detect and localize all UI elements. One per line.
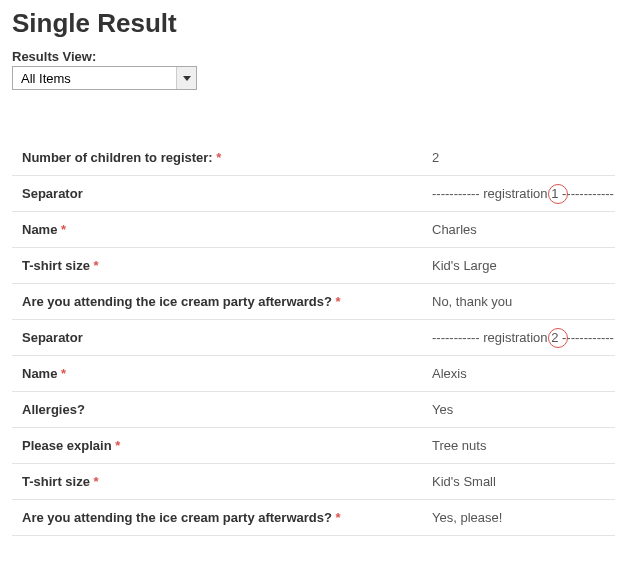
results-view-label: Results View: (12, 49, 615, 64)
table-row: Name *Alexis (12, 355, 615, 391)
table-row: Please explain *Tree nuts (12, 427, 615, 463)
field-value: ----------- registration 1 ------------ (432, 186, 615, 201)
field-label: Please explain * (22, 438, 432, 453)
field-label: Allergies? (22, 402, 432, 417)
result-table: Number of children to register: *2Separa… (12, 140, 615, 536)
required-asterisk: * (94, 474, 99, 489)
table-row: Name *Charles (12, 211, 615, 247)
annotation-circle (548, 184, 568, 204)
table-row: T-shirt size *Kid's Large (12, 247, 615, 283)
field-value: Yes, please! (432, 510, 615, 525)
required-asterisk: * (336, 510, 341, 525)
field-value: Charles (432, 222, 615, 237)
required-asterisk: * (61, 366, 66, 381)
field-value: Kid's Small (432, 474, 615, 489)
table-row: Separator ----------- registration 2 ---… (12, 319, 615, 355)
required-asterisk: * (61, 222, 66, 237)
results-view-select[interactable]: All Items (13, 67, 196, 89)
table-row: Separator ----------- registration 1 ---… (12, 175, 615, 211)
field-value: ----------- registration 2 ------------ (432, 330, 615, 345)
field-value: 2 (432, 150, 615, 165)
table-row: Allergies? Yes (12, 391, 615, 427)
field-label: T-shirt size * (22, 258, 432, 273)
required-asterisk: * (115, 438, 120, 453)
field-label: Are you attending the ice cream party af… (22, 294, 432, 309)
field-label: Name * (22, 222, 432, 237)
field-value: Alexis (432, 366, 615, 381)
field-label: Separator (22, 330, 432, 345)
field-label: Number of children to register: * (22, 150, 432, 165)
field-label: T-shirt size * (22, 474, 432, 489)
table-row: T-shirt size *Kid's Small (12, 463, 615, 499)
field-value: Kid's Large (432, 258, 615, 273)
table-row: Are you attending the ice cream party af… (12, 499, 615, 536)
table-row: Are you attending the ice cream party af… (12, 283, 615, 319)
field-value: Yes (432, 402, 615, 417)
required-asterisk: * (94, 258, 99, 273)
field-value: Tree nuts (432, 438, 615, 453)
required-asterisk: * (216, 150, 221, 165)
required-asterisk: * (336, 294, 341, 309)
table-row: Number of children to register: *2 (12, 140, 615, 175)
field-label: Are you attending the ice cream party af… (22, 510, 432, 525)
annotation-circle (548, 328, 568, 348)
results-view-select-wrap[interactable]: All Items (12, 66, 197, 90)
field-label: Name * (22, 366, 432, 381)
field-value: No, thank you (432, 294, 615, 309)
page-title: Single Result (12, 8, 615, 39)
field-label: Separator (22, 186, 432, 201)
